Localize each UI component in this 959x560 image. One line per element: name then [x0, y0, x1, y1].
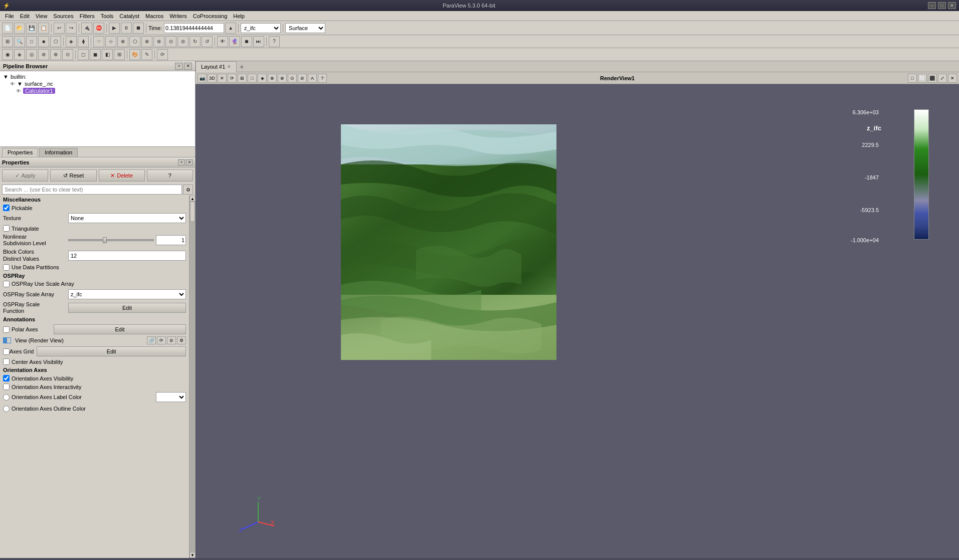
reset-button[interactable]: ↺ Reset — [50, 169, 96, 181]
menu-edit[interactable]: Edit — [17, 12, 33, 20]
select-fromsurface2[interactable]: ⊘ — [177, 36, 188, 47]
menu-catalyst[interactable]: Catalyst — [116, 12, 142, 20]
pipeline-close-btn[interactable]: ✕ — [184, 63, 192, 70]
minimize-button[interactable]: – — [928, 2, 936, 9]
select-cells-btn[interactable]: ⊕ — [117, 36, 128, 47]
pipeline-item-builtin[interactable]: ▼ builtin: — [2, 73, 193, 80]
select-pts-btn[interactable]: ⊹ — [105, 36, 116, 47]
pause-btn[interactable]: ⏸ — [121, 23, 132, 34]
polar-axes-edit-button[interactable]: Edit — [54, 324, 186, 334]
redo-btn[interactable]: ↪ — [66, 23, 77, 34]
orientation-visibility-checkbox[interactable] — [3, 375, 10, 382]
pipeline-item-surface[interactable]: 👁 ▼ surface_.nc — [2, 80, 193, 87]
maximize-button[interactable]: □ — [938, 2, 946, 9]
calculator-eye-icon[interactable]: 👁 — [16, 88, 21, 94]
render-toolbar-btn-more4[interactable]: ⊙ — [288, 74, 297, 83]
connect-btn[interactable]: 🔌 — [81, 23, 92, 34]
surface-btn[interactable]: ■ — [38, 36, 49, 47]
render-layout-split-v[interactable]: ⬛ — [928, 74, 937, 83]
tab-information[interactable]: Information — [39, 148, 78, 157]
time-input[interactable] — [164, 23, 224, 33]
toggle-8[interactable]: ◼ — [90, 49, 101, 60]
use-data-partitions-checkbox[interactable] — [3, 264, 10, 271]
render-layout-split-h[interactable]: ⬜ — [918, 74, 927, 83]
render-close-btn[interactable]: ✕ — [948, 74, 957, 83]
time-up[interactable]: ▲ — [225, 23, 236, 34]
toggle-6[interactable]: ⊙ — [62, 49, 73, 60]
render-viewport[interactable]: z_ifc 6.306e+03 2229.5 -1847 -5923.5 -1.… — [196, 84, 959, 558]
eyetracking-btn[interactable]: 👁 — [217, 36, 228, 47]
tab-properties[interactable]: Properties — [2, 148, 38, 157]
scroll-track[interactable] — [189, 202, 195, 552]
render-toolbar-btn-axes[interactable]: ⊞ — [238, 74, 247, 83]
ospray-scale-array-select[interactable]: z_ifc — [68, 289, 186, 299]
edit-colors-btn[interactable]: ✎ — [141, 49, 152, 60]
toggle-4[interactable]: ⊛ — [38, 49, 49, 60]
texture-select[interactable]: None — [68, 213, 186, 223]
select-fromsurface[interactable]: ⊙ — [165, 36, 176, 47]
props-expand-btn[interactable]: + — [178, 159, 185, 165]
menu-tools[interactable]: Tools — [98, 12, 117, 20]
render-layout-single[interactable]: □ — [908, 74, 917, 83]
variable-combo[interactable]: z_ifc — [241, 23, 281, 33]
replay-btn[interactable]: ⏭ — [253, 36, 264, 47]
toggle-7[interactable]: ◻ — [78, 49, 89, 60]
source-btn[interactable]: ◈ — [66, 36, 77, 47]
question-btn[interactable]: ? — [269, 36, 280, 47]
view-link-btn[interactable]: 🔗 — [147, 336, 156, 344]
render-toolbar-btn-camera[interactable]: 📷 — [198, 74, 207, 83]
orientation-label-color-select[interactable] — [156, 392, 186, 402]
render-toolbar-btn-help[interactable]: ? — [318, 74, 327, 83]
render-layout-max[interactable]: ⤢ — [938, 74, 947, 83]
nonlinear-slider-track[interactable] — [68, 239, 154, 241]
colormap-btn[interactable]: 🎨 — [129, 49, 140, 60]
save-state-btn[interactable]: 📋 — [38, 23, 49, 34]
render-toolbar-btn-reset[interactable]: ⟳ — [228, 74, 237, 83]
render-toolbar-btn-more1[interactable]: ◈ — [258, 74, 267, 83]
save-btn[interactable]: 💾 — [26, 23, 37, 34]
menu-view[interactable]: View — [33, 12, 51, 20]
toggle-visibility[interactable]: ◉ — [2, 49, 13, 60]
triangulate-checkbox[interactable] — [3, 225, 10, 232]
orientation-outline-color-radio[interactable] — [3, 406, 10, 412]
view-refresh-btn[interactable]: ⟳ — [157, 336, 166, 344]
delete-button[interactable]: ✕ Delete — [99, 169, 145, 181]
view-unlink-btn[interactable]: ⊘ — [167, 336, 176, 344]
layout-tab-close[interactable]: ✕ — [227, 64, 231, 69]
nonlinear-slider-thumb[interactable] — [103, 237, 107, 243]
stop-btn[interactable]: ⏹ — [133, 23, 144, 34]
scroll-up-arrow[interactable]: ▲ — [189, 196, 195, 202]
menu-filters[interactable]: Filters — [77, 12, 98, 20]
new-btn[interactable]: 📄 — [2, 23, 13, 34]
pickable-checkbox[interactable] — [3, 205, 10, 211]
representation-combo[interactable]: Surface — [285, 23, 325, 33]
layout-tab-1[interactable]: Layout #1 ✕ — [196, 61, 237, 72]
props-close-btn[interactable]: ✕ — [186, 159, 193, 165]
play-btn[interactable]: ▶ — [109, 23, 120, 34]
toggle-3[interactable]: ◎ — [26, 49, 37, 60]
orientation-label-color-radio[interactable] — [3, 394, 10, 401]
pipeline-item-calculator[interactable]: 👁 Calculator1 — [2, 87, 193, 94]
axes-grid-checkbox[interactable] — [3, 348, 10, 355]
disconnect-btn[interactable]: ⛔ — [93, 23, 104, 34]
search-settings-button[interactable]: ⚙ — [183, 184, 193, 195]
menu-help[interactable]: Help — [230, 12, 248, 20]
ospray-use-scale-checkbox[interactable] — [3, 281, 10, 287]
view-settings-btn[interactable]: ⚙ — [177, 336, 186, 344]
undo-btn[interactable]: ↩ — [54, 23, 65, 34]
rotate-ccw-btn[interactable]: ↺ — [202, 36, 213, 47]
render-toolbar-btn-more6[interactable]: A — [308, 74, 317, 83]
scroll-down-arrow[interactable]: ▼ — [189, 552, 195, 558]
interact-btn[interactable]: ☞ — [93, 36, 104, 47]
toggle-5[interactable]: ⊗ — [50, 49, 61, 60]
select-block-btn[interactable]: ⬡ — [129, 36, 140, 47]
menu-file[interactable]: File — [2, 12, 17, 20]
render-toolbar-btn-more3[interactable]: ⊕ — [278, 74, 287, 83]
zoom-data-btn[interactable]: 🔍 — [14, 36, 25, 47]
surface-eye-icon[interactable]: 👁 — [10, 81, 15, 87]
reset-tf-btn[interactable]: ⟳ — [157, 49, 168, 60]
layout-add-button[interactable]: + — [237, 62, 247, 72]
outline-btn[interactable]: □ — [26, 36, 37, 47]
menu-sources[interactable]: Sources — [50, 12, 76, 20]
block-colors-input[interactable] — [68, 251, 186, 261]
